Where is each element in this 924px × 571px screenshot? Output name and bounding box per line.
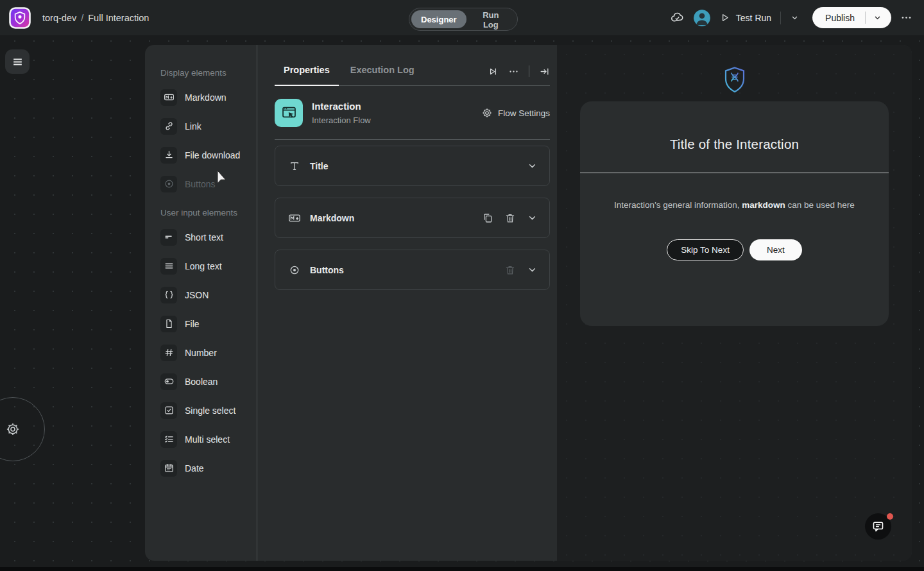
flow-settings-label: Flow Settings xyxy=(498,108,550,118)
element-item-buttons: Buttons xyxy=(145,169,257,198)
elements-panel: Display elements Markdown xyxy=(145,45,257,561)
cloud-sync-icon[interactable] xyxy=(670,10,685,25)
number-icon xyxy=(160,345,177,361)
publish-options-chevron-icon[interactable] xyxy=(866,13,891,22)
date-icon xyxy=(160,460,177,477)
publish-split-button[interactable]: Publish xyxy=(812,7,891,28)
json-icon xyxy=(160,287,177,303)
element-item-json[interactable]: JSON xyxy=(145,280,257,309)
next-button[interactable]: Next xyxy=(749,239,802,260)
collapse-panel-icon[interactable] xyxy=(539,66,550,77)
delete-icon[interactable] xyxy=(504,212,516,224)
play-icon xyxy=(719,12,730,23)
torq-logo-icon[interactable] xyxy=(9,7,31,29)
element-label: Date xyxy=(185,463,204,473)
node-header: Interaction Interaction Flow Flow Settin… xyxy=(275,99,550,140)
preview-panel: Title of the Interaction Interaction's g… xyxy=(557,45,912,561)
tab-properties[interactable]: Properties xyxy=(275,63,339,86)
interaction-node-icon xyxy=(275,99,303,127)
element-item-multi-select[interactable]: Multi select xyxy=(145,425,257,454)
mode-toggle: Designer Run Log xyxy=(409,8,518,31)
element-item-boolean[interactable]: Boolean xyxy=(145,367,257,396)
delete-icon-disabled xyxy=(504,264,516,276)
tab-designer[interactable]: Designer xyxy=(411,10,466,28)
element-label: JSON xyxy=(185,290,209,300)
bottom-edge xyxy=(0,567,924,571)
element-item-file-download[interactable]: File download xyxy=(145,141,257,169)
menu-button[interactable] xyxy=(5,49,30,74)
divider xyxy=(529,65,529,77)
more-options-icon[interactable] xyxy=(900,12,912,24)
tab-run-log[interactable]: Run Log xyxy=(466,10,515,28)
element-item-single-select[interactable]: Single select xyxy=(145,396,257,425)
element-label: Link xyxy=(185,121,201,132)
multi-select-icon xyxy=(160,431,177,448)
breadcrumb-workspace[interactable]: torq-dev xyxy=(42,13,76,23)
canvas-settings-button[interactable] xyxy=(5,422,21,437)
element-label: Buttons xyxy=(185,179,215,189)
preview-title: Title of the Interaction xyxy=(580,137,889,152)
element-label: File xyxy=(185,319,200,329)
element-label: Multi select xyxy=(185,434,230,445)
file-download-icon xyxy=(160,147,177,164)
element-label: File download xyxy=(185,150,240,160)
notification-dot xyxy=(887,513,893,520)
element-item-file[interactable]: File xyxy=(145,309,257,338)
element-label: Short text xyxy=(185,232,223,243)
chevron-down-icon[interactable] xyxy=(527,160,538,171)
element-item-number[interactable]: Number xyxy=(145,338,257,367)
section-label: Buttons xyxy=(310,265,344,275)
chevron-down-icon[interactable] xyxy=(527,212,538,223)
elements-section-title: Display elements xyxy=(145,67,257,80)
topbar: torq-dev / Full Interaction Designer Run… xyxy=(0,0,924,35)
panel-more-options-icon[interactable] xyxy=(508,66,519,77)
element-item-short-text[interactable]: Short text xyxy=(145,223,257,251)
markdown-icon xyxy=(287,212,302,225)
boolean-icon xyxy=(160,373,177,390)
element-item-long-text[interactable]: Long text xyxy=(145,251,257,280)
preview-body-text: Interaction's general information, xyxy=(614,200,742,210)
element-item-link[interactable]: Link xyxy=(145,112,257,141)
single-select-icon xyxy=(160,402,177,419)
canvas: Display elements Markdown xyxy=(0,35,924,567)
copy-icon[interactable] xyxy=(482,212,493,224)
node-subtitle: Interaction Flow xyxy=(312,115,371,125)
gear-icon xyxy=(481,107,493,119)
chat-bubble-icon xyxy=(871,520,885,533)
preview-body-bold: markdown xyxy=(742,200,785,210)
buttons-icon xyxy=(160,176,177,192)
designer-panel: Display elements Markdown xyxy=(145,45,912,561)
section-markdown[interactable]: Markdown xyxy=(275,198,550,238)
section-title[interactable]: Title xyxy=(275,146,550,186)
flow-settings-button[interactable]: Flow Settings xyxy=(481,107,550,119)
interaction-preview-card: Title of the Interaction Interaction's g… xyxy=(580,101,889,326)
element-label: Boolean xyxy=(185,377,218,387)
link-icon xyxy=(160,118,177,135)
preview-body: Interaction's general information, markd… xyxy=(580,200,889,210)
skip-to-end-icon[interactable] xyxy=(488,66,499,77)
long-text-icon xyxy=(160,258,177,275)
breadcrumb-page: Full Interaction xyxy=(88,13,149,23)
section-buttons[interactable]: Buttons xyxy=(275,250,550,290)
markdown-icon xyxy=(160,89,177,106)
element-item-date[interactable]: Date xyxy=(145,454,257,482)
element-item-markdown[interactable]: Markdown xyxy=(145,83,257,112)
tab-execution-log[interactable]: Execution Log xyxy=(341,63,424,86)
element-label: Long text xyxy=(185,261,222,271)
preview-divider xyxy=(580,173,889,173)
test-run-button[interactable]: Test Run xyxy=(719,12,771,23)
skip-to-next-button[interactable]: Skip To Next xyxy=(667,239,744,260)
test-run-options-chevron-icon[interactable] xyxy=(790,13,800,22)
divider xyxy=(780,12,781,24)
properties-panel: Properties Execution Log xyxy=(257,45,557,561)
title-icon xyxy=(287,160,302,172)
shield-dna-logo-icon xyxy=(722,66,748,94)
breadcrumb: torq-dev / Full Interaction xyxy=(42,13,149,23)
short-text-icon xyxy=(160,229,177,246)
avatar[interactable] xyxy=(694,10,710,26)
section-label: Title xyxy=(310,161,329,171)
chevron-down-icon[interactable] xyxy=(527,264,538,275)
publish-label[interactable]: Publish xyxy=(812,13,865,23)
preview-body-text: can be used here xyxy=(785,200,855,210)
element-label: Single select xyxy=(185,405,235,416)
